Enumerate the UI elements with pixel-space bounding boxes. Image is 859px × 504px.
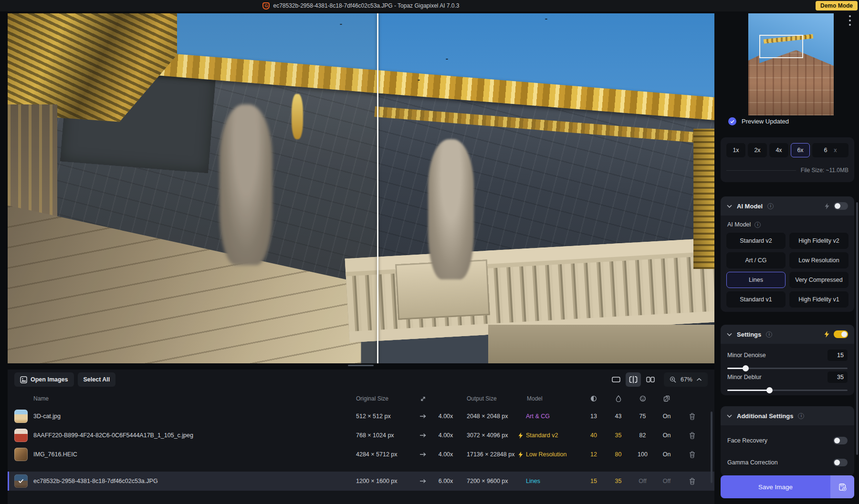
- model-option-button[interactable]: Standard v1: [726, 291, 786, 308]
- file-name: 8AAFF220-B899-4F24-82C6-0C6F5444A17B_1_1…: [33, 432, 193, 439]
- navigator-thumbnail[interactable]: [748, 13, 834, 115]
- custom-scale-suffix: x: [834, 147, 837, 154]
- model-name: Art & CG: [526, 413, 550, 420]
- face-recovery-icon: [630, 395, 655, 402]
- scale-option-button[interactable]: 2x: [748, 143, 767, 157]
- scale-option-button[interactable]: 6x: [791, 143, 810, 157]
- file-name: ec78532b-2958-4381-8c18-7df46c02c53a.JPG: [33, 478, 158, 484]
- split-view-button[interactable]: [626, 372, 641, 387]
- arrow-right-icon: [413, 452, 432, 457]
- delete-file-button[interactable]: [679, 478, 705, 485]
- file-name: 3D-cat.jpg: [33, 413, 61, 420]
- side-by-side-view-button[interactable]: [643, 372, 658, 387]
- model-option-button[interactable]: High Fidelity v1: [789, 291, 849, 308]
- auto-bolt-icon: [825, 203, 829, 209]
- scale-option-button[interactable]: 4x: [769, 143, 788, 157]
- face-recovery-value: Off: [630, 478, 655, 484]
- custom-scale-input[interactable]: 6x: [812, 143, 849, 157]
- additional-settings-header[interactable]: Additional Settings i: [721, 406, 854, 425]
- face-recovery-value: 75: [630, 413, 655, 420]
- denoise-slider[interactable]: [727, 365, 848, 371]
- model-name: Low Resolution: [526, 451, 566, 458]
- delete-file-button[interactable]: [679, 432, 705, 439]
- file-size-estimate: File Size: ~11.0MB: [801, 167, 849, 174]
- model-option-button[interactable]: Standard v2: [726, 233, 786, 249]
- info-icon[interactable]: i: [766, 331, 772, 338]
- chevron-down-icon: [727, 414, 732, 418]
- info-icon[interactable]: i: [798, 413, 804, 419]
- settings-auto-toggle[interactable]: [834, 330, 848, 338]
- file-row[interactable]: ec78532b-2958-4381-8c18-7df46c02c53a.JPG…: [8, 472, 714, 491]
- save-options-segment[interactable]: [830, 475, 854, 498]
- split-divider[interactable]: [377, 13, 378, 363]
- file-rows: 3D-cat.jpg 512 × 512 px 4.00x 2048 × 204…: [8, 407, 714, 491]
- chevron-up-icon[interactable]: [696, 378, 702, 381]
- panel-resize-handle[interactable]: [348, 365, 374, 366]
- scale-option-button[interactable]: 1x: [726, 143, 745, 157]
- select-all-button[interactable]: Select All: [78, 372, 116, 387]
- ai-model-auto-toggle[interactable]: [834, 202, 848, 210]
- file-browser-panel: Open Images Select All: [8, 370, 714, 504]
- deblur-value-box[interactable]: 35: [828, 371, 848, 383]
- zoom-control[interactable]: 67%: [664, 372, 708, 387]
- denoise-value-box[interactable]: 15: [828, 350, 848, 361]
- model-option-button[interactable]: Lines: [726, 272, 786, 288]
- file-row[interactable]: 3D-cat.jpg 512 × 512 px 4.00x 2048 × 204…: [8, 407, 714, 426]
- info-icon[interactable]: i: [754, 222, 761, 228]
- gamma-correction-label: Gamma Correction: [727, 459, 778, 466]
- save-image-label: Save Image: [721, 483, 830, 491]
- delete-file-button[interactable]: [679, 451, 705, 458]
- file-row[interactable]: IMG_7616.HEIC 4284 × 5712 px 4.00x 17136…: [8, 445, 714, 464]
- info-icon[interactable]: i: [767, 203, 774, 209]
- scale-factor: 4.00x: [432, 451, 459, 458]
- chevron-down-icon: [727, 205, 732, 208]
- browser-scrollbar[interactable]: [711, 411, 712, 483]
- delete-file-button[interactable]: [679, 413, 705, 420]
- resize-arrow-icon: [413, 396, 432, 402]
- output-size: 17136 × 22848 px: [459, 451, 516, 458]
- image-icon: [20, 376, 27, 383]
- custom-scale-value: 6: [824, 147, 827, 154]
- face-recovery-label: Face Recovery: [727, 437, 767, 444]
- bird: [545, 19, 547, 20]
- model-grid: Standard v2 High Fidelity v2 Art / CG Lo…: [726, 233, 849, 308]
- minor-denoise-control: Minor Denoise 15: [727, 350, 848, 371]
- denoise-value: 15: [581, 478, 606, 484]
- model-option-button[interactable]: Art / CG: [726, 252, 786, 268]
- original-size: 1200 × 1600 px: [348, 478, 413, 484]
- denoise-label: Minor Denoise: [727, 352, 766, 359]
- slider-knob[interactable]: [766, 387, 773, 393]
- titlebar: G ec78532b-2958-4381-8c18-7df46c02c53a.J…: [0, 0, 859, 11]
- original-size: 4284 × 5712 px: [348, 451, 413, 458]
- deblur-droplet-icon: [606, 395, 630, 402]
- sidebar-scrollbar[interactable]: [856, 202, 858, 455]
- single-view-button[interactable]: [608, 372, 624, 387]
- auto-bolt-icon: [824, 331, 829, 338]
- denoise-value: 13: [581, 413, 606, 420]
- header-original-size: Original Size: [348, 395, 413, 402]
- face-recovery-toggle[interactable]: [833, 437, 848, 444]
- denoise-value: 12: [581, 451, 606, 458]
- ai-model-header[interactable]: AI Model i: [721, 196, 854, 216]
- gamma-value: On: [655, 413, 679, 420]
- model-option-button[interactable]: Very Compressed: [789, 272, 849, 288]
- preview-region-rect[interactable]: [759, 35, 803, 58]
- settings-header[interactable]: Settings i: [721, 325, 854, 344]
- chevron-down-icon: [727, 333, 732, 336]
- deblur-value: 35: [606, 432, 630, 439]
- file-thumbnail: [14, 448, 28, 461]
- open-images-button[interactable]: Open Images: [14, 372, 74, 387]
- kebab-menu-icon[interactable]: [846, 15, 854, 34]
- file-row[interactable]: 8AAFF220-B899-4F24-82C6-0C6F5444A17B_1_1…: [8, 426, 714, 445]
- gamma-correction-toggle[interactable]: [833, 459, 848, 466]
- slider-knob[interactable]: [743, 365, 749, 371]
- arrow-right-icon: [413, 433, 432, 438]
- save-image-button[interactable]: Save Image: [721, 475, 854, 498]
- deblur-value: 35: [606, 478, 630, 484]
- model-option-button[interactable]: Low Resolution: [789, 252, 849, 268]
- model-option-button[interactable]: High Fidelity v2: [789, 233, 849, 249]
- model-name: Standard v2: [526, 432, 558, 439]
- scale-panel: 1x 2x 4x 6x 6x File Size: ~11.0MB: [721, 137, 854, 182]
- additional-settings-panel: Additional Settings i Face Recovery Gamm…: [721, 406, 854, 476]
- deblur-slider[interactable]: [727, 387, 848, 393]
